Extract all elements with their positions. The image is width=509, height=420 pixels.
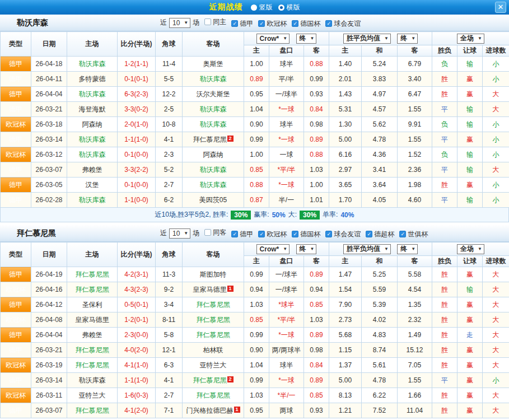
home-team-link[interactable]: 勒沃库森 xyxy=(79,151,106,158)
recent-count-select[interactable]: 10 ▼ xyxy=(169,228,190,239)
away-team-cell: 拜仁慕尼黑 xyxy=(183,297,244,312)
odds-stage-value: 终 xyxy=(300,244,306,254)
filter-checkbox-item[interactable]: ✓德国杯 xyxy=(292,230,320,239)
chevron-down-icon: ▼ xyxy=(411,246,415,251)
corners-cell: 2-7 xyxy=(156,388,183,403)
home-team-link[interactable]: 勒沃库森 xyxy=(79,60,106,68)
away-team-link[interactable]: 勒沃库森 xyxy=(200,75,227,83)
home-team-link[interactable]: 勒沃库森 xyxy=(79,136,106,143)
avg-home-cell: 1.70 xyxy=(329,193,362,208)
away-team-link[interactable]: 勒沃库森 xyxy=(200,105,227,113)
recent-count-select[interactable]: 10 ▼ xyxy=(169,18,190,28)
match-row: 欧冠杯26-04-08皇家马德里1-2(0-1)8-11拜仁慕尼黑0.85*平/… xyxy=(1,312,509,328)
handicap-result-cell: 输 xyxy=(457,57,483,72)
odds-company-select[interactable]: Crow*▼ xyxy=(256,34,290,44)
home-team-link[interactable]: 勒沃库森 xyxy=(79,196,106,204)
away-team-link[interactable]: 勒沃库森 xyxy=(200,120,227,128)
away-team-link[interactable]: 拜仁慕尼黑 xyxy=(193,376,227,384)
filter-checkbox-item[interactable]: ✓德国杯 xyxy=(292,19,320,29)
away-team-link[interactable]: 勒沃库森 xyxy=(200,181,227,189)
away-team-link[interactable]: 拜仁慕尼黑 xyxy=(197,391,230,399)
radio-label-vertical: 竖版 xyxy=(259,3,273,12)
away-team-link[interactable]: 奥斯堡 xyxy=(203,60,223,68)
result-cell: 平 xyxy=(432,162,457,178)
col-asian: 让球 xyxy=(457,256,483,267)
home-team-link[interactable]: 皇家马德里 xyxy=(76,316,109,324)
corners-cell: 6-2 xyxy=(156,193,183,208)
away-team-link[interactable]: 皇家马德里 xyxy=(193,286,227,293)
filter-checkbox-item[interactable]: 同主 xyxy=(204,17,226,27)
filter-checkbox-item[interactable]: ✓球会友谊 xyxy=(325,19,361,29)
home-team-link[interactable]: 勒沃库森 xyxy=(79,90,106,98)
odds-stage-select[interactable]: 终▼ xyxy=(296,34,317,44)
league-type-badge: 欧冠杯 xyxy=(1,388,31,403)
filter-checkbox-item[interactable]: ✓德甲 xyxy=(231,19,253,29)
away-team-link[interactable]: 拜仁慕尼黑 xyxy=(193,136,227,143)
odds-company-select[interactable]: Crow*▼ xyxy=(256,244,290,254)
handicap-cell: *平/半 xyxy=(269,162,304,178)
handicap-result-cell: 赢 xyxy=(457,178,483,193)
filter-checkbox-item[interactable]: ✓德甲 xyxy=(231,230,253,239)
home-team-link[interactable]: 拜仁慕尼黑 xyxy=(76,361,109,369)
filter-checkbox-item[interactable]: ✓世俱杯 xyxy=(399,230,428,239)
away-odds-cell: 0.93 xyxy=(304,403,329,418)
home-team-link[interactable]: 亚特兰大 xyxy=(79,391,106,399)
away-team-link[interactable]: 美因茨05 xyxy=(199,196,227,204)
chevron-down-icon: ▼ xyxy=(310,36,315,41)
goals-result-cell: 大 xyxy=(483,403,509,418)
odds-stage-select[interactable]: 终▼ xyxy=(296,244,317,254)
league-type-badge: 德甲 xyxy=(1,328,31,343)
away-team-link[interactable]: 拜仁慕尼黑 xyxy=(197,316,230,324)
layout-option-horizontal[interactable]: 横版 xyxy=(278,3,300,12)
home-odds-cell: 0.85 xyxy=(244,162,269,178)
away-team-link[interactable]: 斯图加特 xyxy=(200,270,227,278)
home-team-link[interactable]: 汉堡 xyxy=(86,181,99,189)
handicap-cell: 一/球半 xyxy=(269,282,304,297)
goals-result-cell: 大 xyxy=(483,282,509,297)
home-team-link[interactable]: 拜仁慕尼黑 xyxy=(76,407,109,414)
avg-type-select[interactable]: 胜平负均值▼ xyxy=(343,244,391,254)
col-date: 日期 xyxy=(31,242,67,267)
home-team-link[interactable]: 圣保利 xyxy=(82,301,102,309)
layout-option-vertical[interactable]: 竖版 xyxy=(251,3,273,12)
away-team-link[interactable]: 拜仁慕尼黑 xyxy=(197,301,230,309)
home-team-link[interactable]: 弗赖堡 xyxy=(82,166,102,174)
away-team-link[interactable]: 门兴格拉德巴赫 xyxy=(186,407,234,414)
home-team-link[interactable]: 多特蒙德 xyxy=(79,75,106,83)
home-team-link[interactable]: 勒沃库森 xyxy=(79,376,106,384)
away-team-link[interactable]: 亚特兰大 xyxy=(200,361,227,369)
away-team-link[interactable]: 沃尔夫斯堡 xyxy=(197,90,230,98)
filter-checkbox-item[interactable]: ✓欧冠杯 xyxy=(258,19,287,29)
scope-select[interactable]: 全场▼ xyxy=(457,244,484,254)
away-team-cell: 勒沃库森 xyxy=(183,117,244,132)
home-team-link[interactable]: 拜仁慕尼黑 xyxy=(76,270,109,278)
home-team-link[interactable]: 弗赖堡 xyxy=(82,331,102,339)
home-team-link[interactable]: 拜仁慕尼黑 xyxy=(76,346,109,354)
col-home: 主场 xyxy=(67,242,118,267)
home-odds-cell: 1.04 xyxy=(244,358,269,373)
home-team-link[interactable]: 海登海默 xyxy=(79,105,106,113)
home-team-link[interactable]: 阿森纳 xyxy=(82,120,102,128)
avg-draw-cell: 4.97 xyxy=(362,87,398,102)
avg-type-select[interactable]: 胜平负均值▼ xyxy=(343,34,391,44)
handicap-cell: *一球 xyxy=(269,373,304,388)
checkbox-icon: ✓ xyxy=(325,20,332,27)
away-team-link[interactable]: 拜仁慕尼黑 xyxy=(197,331,230,339)
close-icon[interactable]: ✕ xyxy=(495,2,506,13)
filter-checkbox-item[interactable]: ✓德超杯 xyxy=(366,230,394,239)
scope-select[interactable]: 全场▼ xyxy=(457,34,484,44)
away-team-link[interactable]: 阿森纳 xyxy=(203,151,223,158)
home-team-link[interactable]: 拜仁慕尼黑 xyxy=(76,286,109,293)
away-team-link[interactable]: 勒沃库森 xyxy=(200,166,227,174)
home-team-cell: 汉堡 xyxy=(67,178,118,193)
filter-checkbox-item[interactable]: 同客 xyxy=(204,228,226,237)
filter-checkbox-item[interactable]: ✓欧冠杯 xyxy=(258,230,287,239)
goals-result-cell: 大 xyxy=(483,312,509,328)
avg-stage-select[interactable]: 终▼ xyxy=(397,244,418,254)
summary-asian-label: 赢率: xyxy=(254,210,269,220)
league-type-badge: 欧冠杯 xyxy=(1,358,31,373)
goals-result-cell: 大 xyxy=(483,87,509,102)
avg-stage-select[interactable]: 终▼ xyxy=(397,34,418,44)
away-team-link[interactable]: 柏林联 xyxy=(203,346,223,354)
filter-checkbox-item[interactable]: ✓球会友谊 xyxy=(325,230,361,239)
